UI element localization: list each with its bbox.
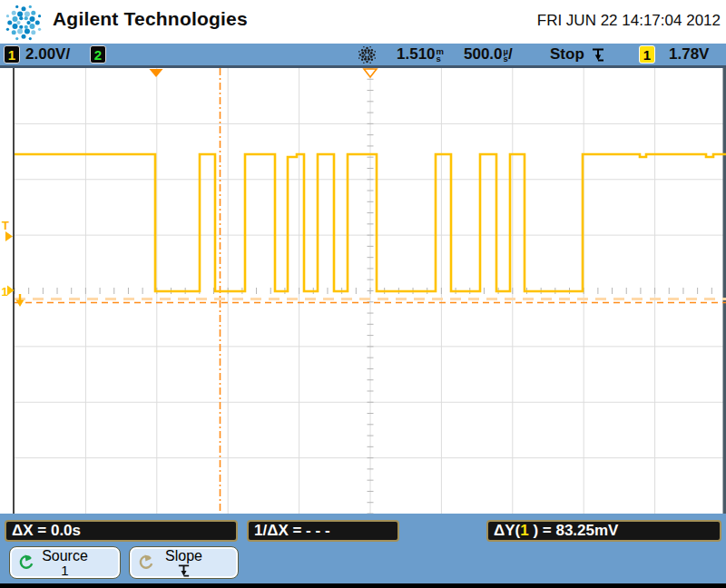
rotary-knob-icon: [137, 554, 154, 571]
burst-dot: [22, 6, 26, 11]
time-reference-marker: [364, 69, 377, 77]
burst-dot: [25, 16, 28, 20]
burst-dot: [361, 59, 363, 61]
timebase-readout[interactable]: 500.0 µ s /: [464, 44, 513, 65]
burst-dot: [371, 59, 373, 61]
burst-dot: [22, 34, 26, 39]
delay-value: 1.510: [397, 45, 436, 64]
burst-dot: [364, 58, 367, 61]
burst-dot: [25, 12, 30, 17]
trigger-level-marker[interactable]: [5, 231, 13, 241]
burst-dot: [16, 21, 20, 24]
burst-dot: [368, 56, 369, 58]
burst-dot: [17, 12, 23, 17]
run-status[interactable]: Stop: [550, 44, 584, 65]
brand-title: Agilent Technologies: [53, 8, 248, 30]
timebase-suffix: /: [508, 45, 513, 64]
burst-dot: [373, 54, 375, 55]
burst-dot: [38, 28, 41, 31]
burst-dot: [6, 28, 9, 31]
burst-dot: [366, 61, 368, 63]
acquisition-burst-icon: [357, 44, 378, 65]
burst-dot: [19, 16, 23, 20]
burst-dot: [25, 28, 30, 34]
source-softkey[interactable]: Source 1: [9, 546, 121, 579]
trigger-level-marker-label: T: [2, 219, 9, 232]
burst-dot: [29, 5, 32, 8]
channel-2-badge[interactable]: 2: [90, 45, 106, 64]
burst-dot: [370, 55, 373, 58]
trigger-level-readout[interactable]: 1.78V: [669, 44, 709, 65]
waveform-display: T1: [0, 0, 726, 588]
graticule: [15, 68, 726, 514]
burst-dot: [19, 25, 23, 29]
plot-right-border: [723, 68, 726, 514]
burst-dot: [358, 51, 360, 53]
burst-dot: [374, 57, 376, 59]
trigger-source-badge[interactable]: 1: [639, 45, 655, 64]
burst-dot: [38, 15, 41, 17]
burst-dot: [29, 24, 34, 29]
rotary-knob-icon: [17, 554, 34, 571]
burst-dot: [26, 21, 30, 24]
burst-dot: [15, 5, 18, 8]
channel-1-badge[interactable]: 1: [4, 45, 20, 64]
delay-readout[interactable]: 1.510 m s: [397, 44, 444, 65]
timebase-value: 500.0: [464, 45, 503, 64]
burst-dot: [12, 11, 16, 15]
status-bar: 1 2.00V/ 2 1.510 m s 500.0 µ s / Stop 1 …: [0, 44, 726, 68]
slope-softkey[interactable]: Slope: [129, 546, 239, 579]
burst-dot: [7, 21, 12, 25]
burst-dot: [363, 46, 365, 48]
burst-dot: [13, 24, 18, 29]
burst-dot: [371, 49, 373, 51]
burst-dot: [361, 49, 363, 51]
burst-dot: [12, 30, 16, 34]
burst-dot: [368, 49, 370, 52]
falling-edge-icon: [592, 46, 604, 63]
burst-dot: [31, 30, 35, 34]
burst-dot: [359, 54, 361, 55]
burst-dot: [31, 11, 35, 15]
burst-dot: [35, 21, 40, 25]
burst-dot: [363, 62, 365, 64]
burst-dot: [365, 52, 367, 54]
burst-dot: [370, 52, 373, 54]
burst-dot: [374, 51, 376, 53]
burst-dot: [369, 46, 371, 48]
agilent-logo-icon: [5, 2, 44, 42]
burst-dot: [369, 62, 371, 64]
burst-dot: [29, 16, 34, 22]
burst-dot: [15, 37, 18, 40]
burst-dot: [361, 55, 364, 58]
channel-1-scale[interactable]: 2.00V/: [25, 44, 70, 65]
burst-dot: [368, 54, 370, 55]
burst-dot: [361, 52, 364, 54]
burst-dot: [25, 25, 28, 29]
delay-unit: m s: [437, 48, 444, 62]
burst-dot: [13, 16, 18, 22]
burst-dot: [366, 47, 368, 49]
delta-x-readout: ΔX = 0.0s: [5, 520, 238, 542]
title-bar: Agilent Technologies FRI JUN 22 14:17:04…: [0, 0, 726, 44]
delta-y-readout: ΔY(1 ) = 83.25mV: [486, 520, 721, 542]
burst-dot: [364, 54, 366, 55]
burst-dot: [364, 49, 367, 52]
ground-marker-label: 1: [2, 285, 8, 299]
burst-dot: [358, 57, 360, 59]
delta-y-channel: 1: [520, 522, 528, 540]
burst-dot: [17, 28, 23, 34]
trigger-position-marker: [150, 69, 163, 77]
bottom-border-strip: [0, 583, 726, 588]
burst-dot: [29, 37, 32, 40]
burst-dot: [365, 56, 367, 58]
bottom-bar: ΔX = 0.0s 1/ΔX = - - - ΔY(1 ) = 83.25mV …: [0, 514, 726, 583]
datetime-label: FRI JUN 22 14:17:04 2012: [537, 12, 721, 30]
burst-dot: [368, 52, 369, 54]
inverse-delta-x-readout: 1/ΔX = - - -: [247, 520, 399, 542]
burst-dot: [368, 58, 370, 61]
burst-dot: [6, 15, 9, 17]
falling-edge-icon: [177, 564, 191, 578]
